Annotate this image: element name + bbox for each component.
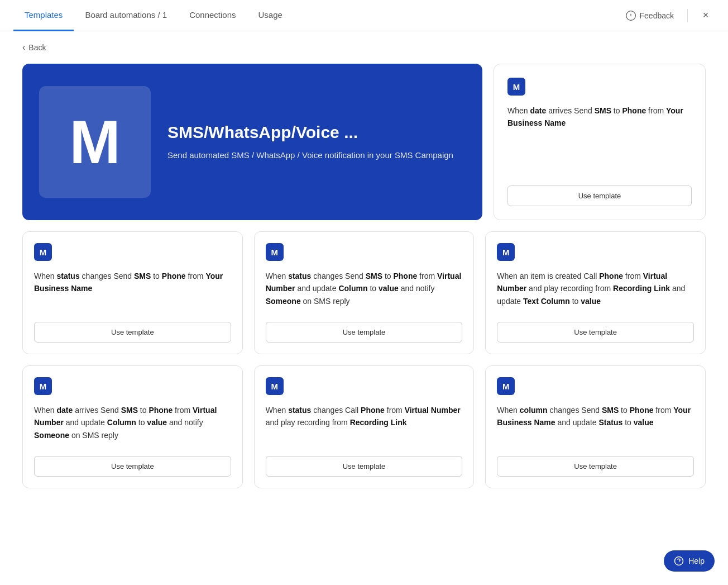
cards-row-1: M When status changes Send SMS to Phone … [22,231,706,354]
back-button[interactable]: ‹ Back [22,42,46,53]
content-area: ‹ Back M SMS/WhatsApp/Voice ... Send aut… [0,31,728,511]
tab-connections[interactable]: Connections [178,0,247,31]
template-card-6: M When column changes Send SMS to Phone … [485,365,706,488]
hero-logo-box: M [39,86,151,198]
back-chevron-icon: ‹ [22,42,25,53]
hero-card: M SMS/WhatsApp/Voice ... Send automated … [22,64,482,220]
tab-usage[interactable]: Usage [247,0,294,31]
template-card-3-use-template-button[interactable]: Use template [497,322,694,343]
feedback-button[interactable]: Feedback [621,7,678,25]
template-card-2-use-template-button[interactable]: Use template [266,322,463,343]
nav-tabs: Templates Board automations / 1 Connecti… [13,0,621,31]
template-card-1-content: M When status changes Send SMS to Phone … [34,243,231,295]
side-card-text: When date arrives Send SMS to Phone from… [507,104,692,130]
template-card-5-content: M When status changes Call Phone from Vi… [266,377,463,429]
cards-row-2: M When date arrives Send SMS to Phone fr… [22,365,706,488]
template-card-3-badge: M [497,243,515,261]
template-card-6-content: M When column changes Send SMS to Phone … [497,377,694,429]
hero-title: SMS/WhatsApp/Voice ... [167,122,453,142]
template-card-2-text: When status changes Send SMS to Phone fr… [266,270,463,307]
template-card-4-content: M When date arrives Send SMS to Phone fr… [34,377,231,441]
template-card-3: M When an item is created Call Phone fro… [485,231,706,354]
template-card-5-use-template-button[interactable]: Use template [266,456,463,477]
template-card-6-use-template-button[interactable]: Use template [497,456,694,477]
template-card-4-badge: M [34,377,52,395]
hero-m-letter: M [69,111,121,173]
side-card-content: M When date arrives Send SMS to Phone fr… [507,78,692,130]
template-card-6-text: When column changes Send SMS to Phone fr… [497,404,694,429]
template-card-1: M When status changes Send SMS to Phone … [22,231,243,354]
close-button[interactable]: × [697,7,715,25]
template-card-6-badge: M [497,377,515,395]
tab-board-automations[interactable]: Board automations / 1 [74,0,178,31]
side-card-use-template-button[interactable]: Use template [507,186,692,206]
top-nav: Templates Board automations / 1 Connecti… [0,0,728,31]
template-card-1-badge: M [34,243,52,261]
template-card-5: M When status changes Call Phone from Vi… [254,365,475,488]
template-card-4: M When date arrives Send SMS to Phone fr… [22,365,243,488]
template-card-2-content: M When status changes Send SMS to Phone … [266,243,463,307]
nav-right: Feedback × [621,7,715,25]
hero-description: Send automated SMS / WhatsApp / Voice no… [167,149,453,162]
template-card-2-badge: M [266,243,284,261]
template-card-5-badge: M [266,377,284,395]
template-card-3-content: M When an item is created Call Phone fro… [497,243,694,307]
main-grid: M SMS/WhatsApp/Voice ... Send automated … [22,64,706,220]
template-card-5-text: When status changes Call Phone from Virt… [266,404,463,429]
template-card-4-text: When date arrives Send SMS to Phone from… [34,404,231,441]
hero-text: SMS/WhatsApp/Voice ... Send automated SM… [167,122,453,162]
nav-divider [687,9,688,22]
template-card-3-text: When an item is created Call Phone from … [497,270,694,307]
template-card-4-use-template-button[interactable]: Use template [34,456,231,477]
side-card-badge: M [507,78,525,96]
template-card-1-text: When status changes Send SMS to Phone fr… [34,270,231,295]
tab-templates[interactable]: Templates [13,0,74,31]
template-card-1-use-template-button[interactable]: Use template [34,322,231,343]
side-card: M When date arrives Send SMS to Phone fr… [494,64,706,220]
template-card-2: M When status changes Send SMS to Phone … [254,231,475,354]
feedback-icon [625,10,636,21]
